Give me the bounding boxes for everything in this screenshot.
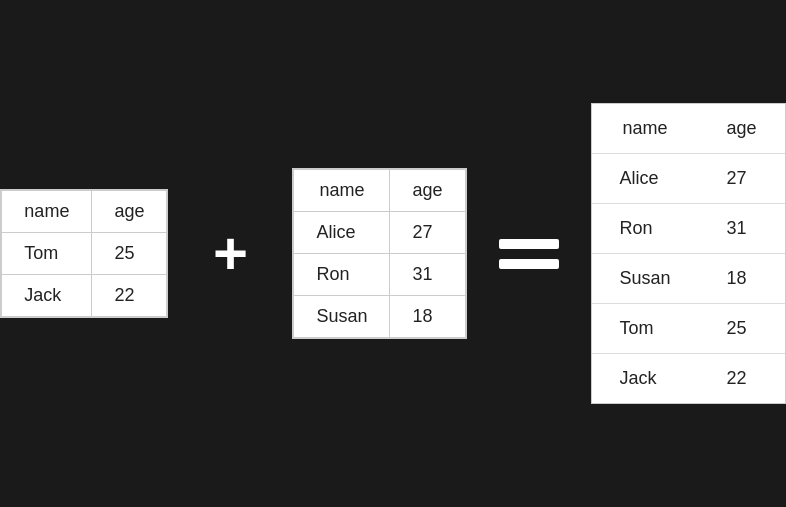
table-cell: 18 xyxy=(699,254,785,304)
equals-operator xyxy=(499,239,559,269)
table-row: Alice27 xyxy=(294,212,465,254)
table-row: Ron31 xyxy=(294,254,465,296)
table-row: Tom25 xyxy=(2,233,167,275)
table-row: Jack22 xyxy=(2,275,167,317)
table-cell: 22 xyxy=(699,354,785,404)
result-table: name age Alice27Ron31Susan18Tom25Jack22 xyxy=(592,104,785,403)
result-col-name: name xyxy=(592,104,699,154)
table-row: Tom25 xyxy=(592,304,785,354)
table-cell: Alice xyxy=(294,212,390,254)
table-cell: Tom xyxy=(592,304,699,354)
table-cell: Susan xyxy=(592,254,699,304)
table2: name age Alice27Ron31Susan18 xyxy=(293,169,465,338)
table-cell: 31 xyxy=(390,254,465,296)
table-cell: 22 xyxy=(92,275,167,317)
table1-wrap: name age Tom25Jack22 xyxy=(0,189,168,318)
table-cell: Jack xyxy=(592,354,699,404)
equals-bar-bottom xyxy=(499,259,559,269)
table2-wrap: name age Alice27Ron31Susan18 xyxy=(292,168,466,339)
table-row: Alice27 xyxy=(592,154,785,204)
table-cell: Ron xyxy=(592,204,699,254)
table-cell: 27 xyxy=(390,212,465,254)
table-cell: 25 xyxy=(699,304,785,354)
table1: name age Tom25Jack22 xyxy=(1,190,167,317)
table-cell: Ron xyxy=(294,254,390,296)
table-row: Ron31 xyxy=(592,204,785,254)
plus-operator: + xyxy=(200,219,260,288)
main-container: name age Tom25Jack22 + name age Alice27R… xyxy=(0,103,785,404)
table-cell: 27 xyxy=(699,154,785,204)
table-row: Susan18 xyxy=(592,254,785,304)
plus-symbol: + xyxy=(213,219,248,288)
table-cell: Jack xyxy=(2,275,92,317)
table-cell: Tom xyxy=(2,233,92,275)
result-wrap: name age Alice27Ron31Susan18Tom25Jack22 xyxy=(591,103,786,404)
table-cell: 18 xyxy=(390,296,465,338)
table1-col-age: age xyxy=(92,191,167,233)
table1-col-name: name xyxy=(2,191,92,233)
equals-bar-top xyxy=(499,239,559,249)
result-col-age: age xyxy=(699,104,785,154)
table2-col-age: age xyxy=(390,170,465,212)
table2-col-name: name xyxy=(294,170,390,212)
table-cell: 25 xyxy=(92,233,167,275)
table-row: Jack22 xyxy=(592,354,785,404)
table-cell: Alice xyxy=(592,154,699,204)
table-cell: Susan xyxy=(294,296,390,338)
table-row: Susan18 xyxy=(294,296,465,338)
table-cell: 31 xyxy=(699,204,785,254)
